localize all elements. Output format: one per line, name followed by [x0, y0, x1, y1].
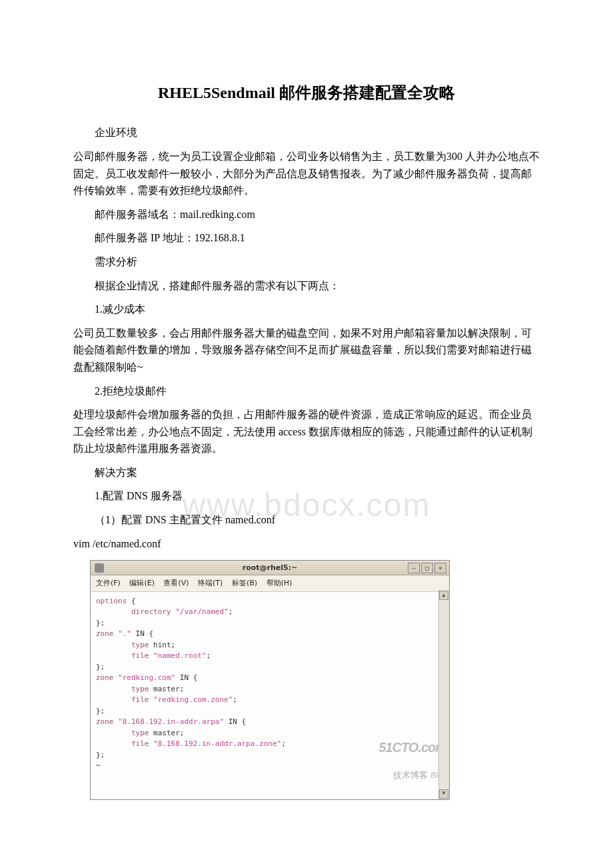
terminal-content[interactable]: options { directory "/var/named"; }; zon…: [91, 592, 449, 799]
code-token: master: [153, 729, 180, 737]
menu-edit[interactable]: 编辑(E): [129, 579, 155, 587]
body-text: 根据企业情况，搭建邮件服务器的需求有以下两点：: [73, 277, 540, 295]
body-text: 邮件服务器 IP 地址：192.168.8.1: [73, 229, 540, 247]
code-token: };: [96, 751, 105, 759]
section-heading: 企业环境: [73, 124, 540, 141]
code-token: "8.168.192.in-addr.arpa.zone": [153, 739, 281, 748]
menu-tabs[interactable]: 标签(B): [232, 579, 257, 587]
watermark-brand: 51CTO.com 技术博客Blog: [378, 724, 446, 797]
menu-bar: 文件(F) 编辑(E) 查看(V) 终端(T) 标签(B) 帮助(H): [91, 575, 449, 592]
scroll-down-icon[interactable]: ▼: [439, 789, 448, 799]
code-token: "8.168.192.in-addr.arpa": [118, 717, 224, 726]
close-button[interactable]: ×: [434, 563, 446, 573]
code-token: "redking.com.zone": [153, 695, 233, 704]
code-token: ;: [233, 695, 237, 704]
code-token: type: [96, 729, 153, 737]
code-token: };: [96, 619, 105, 627]
code-token: "/var/named": [175, 607, 228, 616]
terminal-window: root@rhel5:~ – □ × 文件(F) 编辑(E) 查看(V) 终端(…: [90, 560, 450, 800]
scrollbar[interactable]: ▲ ▼: [438, 590, 449, 799]
code-token: "redking.com": [118, 673, 175, 682]
code-token: ;: [281, 739, 286, 748]
code-token: {: [127, 597, 135, 605]
page-title: RHEL5Sendmail 邮件服务搭建配置全攻略: [73, 80, 540, 105]
menu-view[interactable]: 查看(V): [163, 579, 189, 587]
code-token: zone: [96, 673, 118, 682]
minimize-button[interactable]: –: [408, 563, 420, 573]
scroll-up-icon[interactable]: ▲: [439, 591, 448, 600]
code-token: IN {: [224, 717, 246, 726]
list-item: 2.拒绝垃圾邮件: [73, 383, 540, 400]
code-command: vim /etc/named.conf: [73, 535, 540, 553]
code-token: ".": [118, 629, 131, 638]
code-token: };: [96, 707, 105, 715]
code-token: zone: [96, 717, 118, 726]
code-token: IN {: [131, 629, 153, 638]
list-item: 1.配置 DNS 服务器: [73, 487, 540, 505]
code-token: ;: [180, 729, 185, 737]
code-token: };: [96, 663, 105, 671]
window-titlebar[interactable]: root@rhel5:~ – □ ×: [91, 561, 449, 575]
body-text: 公司邮件服务器，统一为员工设置企业邮箱，公司业务以销售为主，员工数量为300 人…: [73, 148, 540, 199]
code-token: file: [96, 739, 153, 748]
code-token: file: [96, 695, 153, 704]
code-token: type: [96, 685, 153, 693]
brand-small: 技术博客: [393, 770, 428, 780]
brand-big: 51CTO.com: [378, 740, 446, 755]
code-token: file: [96, 651, 153, 660]
body-text: 处理垃圾邮件会增加服务器的负担，占用邮件服务器的硬件资源，造成正常响应的延迟。而…: [73, 406, 540, 457]
code-token: type: [96, 641, 153, 649]
body-text: 公司员工数量较多，会占用邮件服务器大量的磁盘空间，如果不对用户邮箱容量加以解决限…: [73, 325, 540, 376]
section-heading: 需求分析: [73, 253, 540, 271]
code-token: master: [153, 685, 180, 693]
menu-file[interactable]: 文件(F): [96, 579, 121, 587]
code-token: ;: [180, 685, 185, 693]
code-token: ;: [171, 641, 176, 649]
code-token: "named.root": [153, 651, 206, 660]
code-token: options: [96, 597, 127, 605]
code-token: directory: [96, 607, 175, 616]
list-item: （1）配置 DNS 主配置文件 named.conf: [73, 511, 540, 529]
section-heading: 解决方案: [73, 464, 540, 481]
body-text: 邮件服务器域名：mail.redking.com: [73, 206, 540, 223]
menu-terminal[interactable]: 终端(T): [198, 579, 223, 587]
maximize-button[interactable]: □: [421, 563, 433, 573]
code-token: IN {: [175, 673, 197, 682]
code-token: ;: [207, 651, 211, 660]
code-token: zone: [96, 629, 118, 638]
code-token: ;: [229, 607, 233, 616]
code-token: ~: [96, 761, 101, 770]
code-token: hint: [153, 641, 171, 649]
window-title: root@rhel5:~: [91, 562, 449, 574]
list-item: 1.减少成本: [73, 301, 540, 318]
menu-help[interactable]: 帮助(H): [267, 579, 293, 587]
